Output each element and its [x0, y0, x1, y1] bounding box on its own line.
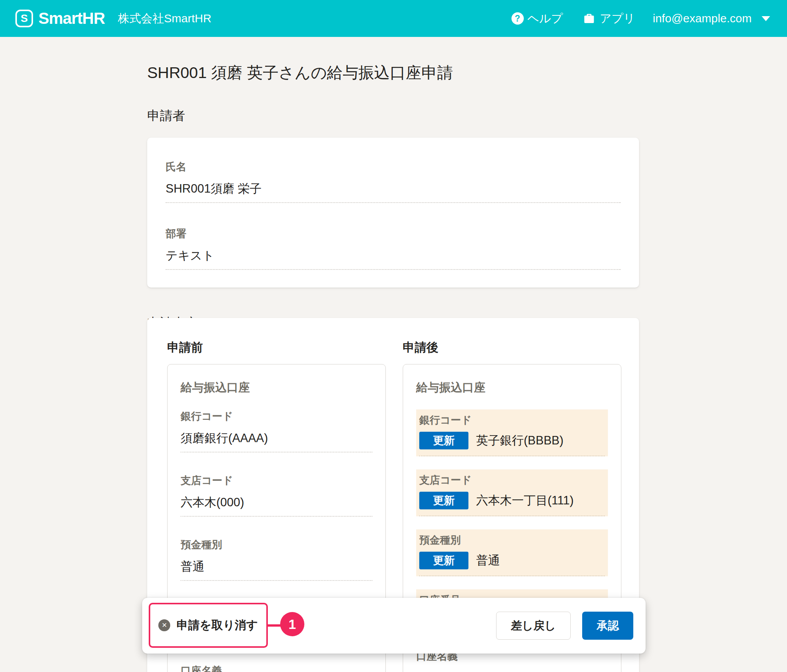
- diff-line: 更新 六本木一丁目(111): [419, 492, 605, 516]
- field-label: 支店コード: [419, 473, 605, 487]
- field-value: 須磨銀行(AAAA): [181, 430, 372, 452]
- briefcase-icon: [583, 13, 595, 24]
- help-icon: ?: [511, 12, 524, 25]
- company-name: 株式会社SmartHR: [118, 11, 211, 27]
- close-icon: ✕: [158, 619, 170, 631]
- account-group-title: 給与振込口座: [416, 380, 608, 396]
- applicant-card: 氏名 SHR001須磨 栄子 部署 テキスト: [147, 138, 639, 288]
- after-branch-code-row: 支店コード 更新 六本木一丁目(111): [416, 469, 608, 516]
- before-account-holder-row: 口座名義 スマ エイコ: [181, 664, 372, 672]
- annotation-connector-line: [268, 624, 281, 627]
- before-heading: 申請前: [167, 339, 386, 356]
- field-value: 普通: [476, 552, 500, 569]
- field-value: 英子銀行(BBBB): [476, 432, 563, 449]
- annotation-number-badge: 1: [280, 612, 304, 636]
- after-bank-code-row: 銀行コード 更新 英子銀行(BBBB): [416, 409, 608, 456]
- account-group-title: 給与振込口座: [181, 380, 372, 396]
- field-label: 部署: [166, 227, 621, 241]
- diff-line: 更新 普通: [419, 552, 605, 576]
- update-badge: 更新: [419, 492, 468, 509]
- logo-letter: S: [21, 12, 28, 25]
- after-account-type-row: 預金種別 更新 普通: [416, 529, 608, 576]
- chevron-down-icon: [762, 16, 770, 21]
- field-label: 預金種別: [419, 533, 605, 547]
- apps-menu[interactable]: アプリ: [583, 11, 635, 27]
- account-menu[interactable]: info@example.com: [653, 12, 770, 25]
- field-value: SHR001須磨 栄子: [166, 181, 621, 203]
- field-value: テキスト: [166, 248, 621, 270]
- update-badge: 更新: [419, 432, 468, 449]
- annotation-highlight-box: ✕ 申請を取り消す: [149, 603, 268, 648]
- field-label: 銀行コード: [181, 409, 372, 423]
- brand-name: SmartHR: [38, 9, 105, 28]
- update-badge: 更新: [419, 552, 468, 569]
- reject-button[interactable]: 差し戻し: [496, 612, 571, 640]
- diff-line: 更新 英子銀行(BBBB): [419, 432, 605, 456]
- field-label: 預金種別: [181, 538, 372, 552]
- approval-action-bar: ✕ 申請を取り消す 1 差し戻し 承認: [142, 598, 646, 654]
- field-value: 普通: [181, 559, 372, 581]
- field-value: 六本木一丁目(111): [476, 492, 574, 509]
- cancel-request-link[interactable]: ✕ 申請を取り消す: [158, 617, 258, 633]
- field-label: 支店コード: [181, 474, 372, 487]
- field-label: 口座名義: [181, 664, 372, 672]
- apps-label: アプリ: [600, 11, 635, 27]
- before-account-type-row: 預金種別 普通: [181, 538, 372, 581]
- applicant-department-field: 部署 テキスト: [166, 227, 621, 270]
- app-header: S SmartHR 株式会社SmartHR ? ヘルプ アプリ info@exa…: [0, 0, 787, 37]
- help-menu[interactable]: ? ヘルプ: [511, 11, 563, 27]
- account-email: info@example.com: [653, 12, 752, 25]
- field-value: スマ エイコ: [416, 670, 608, 672]
- field-label: 銀行コード: [419, 413, 605, 427]
- before-branch-code-row: 支店コード 六本木(000): [181, 474, 372, 517]
- help-label: ヘルプ: [528, 11, 563, 27]
- smarthr-logo-icon: S: [15, 10, 33, 27]
- field-label: 氏名: [166, 160, 621, 174]
- applicant-name-field: 氏名 SHR001須磨 栄子: [166, 160, 621, 203]
- field-value: 六本木(000): [181, 494, 372, 517]
- page-title: SHR001 須磨 英子さんの給与振込口座申請: [147, 62, 639, 83]
- after-heading: 申請後: [403, 339, 621, 356]
- applicant-section-heading: 申請者: [147, 107, 639, 125]
- main-content: SHR001 須磨 英子さんの給与振込口座申請 申請者 氏名 SHR001須磨 …: [147, 37, 639, 332]
- before-bank-code-row: 銀行コード 須磨銀行(AAAA): [181, 409, 372, 452]
- approve-button[interactable]: 承認: [582, 612, 633, 640]
- cancel-request-label: 申請を取り消す: [176, 617, 258, 633]
